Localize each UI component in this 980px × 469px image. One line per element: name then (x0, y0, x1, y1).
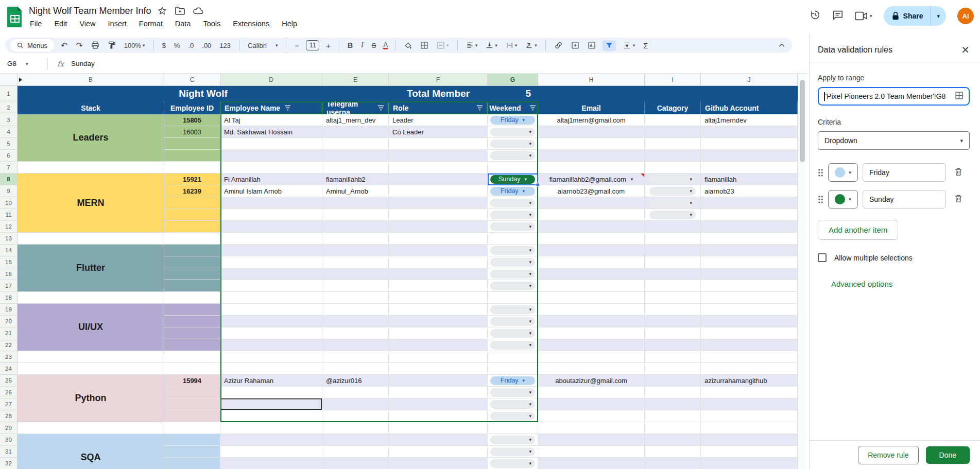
cell-C23[interactable] (164, 351, 220, 363)
cell-I15[interactable] (645, 256, 701, 268)
cell-C32[interactable] (164, 458, 220, 469)
cell-J18[interactable] (701, 292, 798, 304)
cell-I10[interactable]: ▾ (645, 197, 701, 209)
cell-C6[interactable] (164, 150, 220, 162)
row-header-20[interactable]: 20 (0, 316, 18, 327)
cell-G3[interactable]: Friday▾ (488, 114, 538, 126)
cell-D31[interactable] (220, 446, 322, 458)
cell-E4[interactable] (322, 126, 389, 138)
cell-E24[interactable] (322, 363, 389, 375)
paint-format-button[interactable] (106, 40, 117, 50)
scrollbar-thumb[interactable] (800, 80, 805, 162)
format-percent-button[interactable]: % (173, 41, 182, 50)
cell-C15[interactable] (164, 256, 220, 268)
cell-G17[interactable]: ▾ (488, 280, 538, 292)
cloud-status-icon[interactable] (193, 7, 203, 17)
row-header-5[interactable]: 5 (0, 138, 18, 150)
weekend-dropdown[interactable]: ▾ (490, 341, 535, 350)
cell-J12[interactable] (701, 221, 798, 233)
share-button[interactable]: Share ▾ (884, 6, 946, 26)
column-header-G[interactable]: G (488, 74, 538, 86)
cell-J29[interactable] (701, 422, 798, 434)
cell-C16[interactable] (164, 268, 220, 280)
cell-C7[interactable] (164, 162, 220, 173)
cell-H9[interactable]: aiarnob23@gmail.com (538, 185, 645, 197)
cell-D11[interactable] (220, 209, 322, 221)
cell-G14[interactable]: ▾ (488, 245, 538, 256)
row-header-4[interactable]: 4 (0, 126, 18, 138)
row-header-3[interactable]: 3 (0, 114, 18, 126)
cell-E29[interactable] (322, 422, 389, 434)
cell-I29[interactable] (645, 422, 701, 434)
cell-C18[interactable] (164, 292, 220, 304)
weekend-chip[interactable]: Sunday▾ (490, 175, 535, 184)
italic-button[interactable]: I (359, 40, 365, 50)
stack-block-flutter[interactable]: Flutter (18, 245, 164, 292)
row-header-17[interactable]: 17 (0, 280, 18, 292)
cell-E32[interactable] (322, 458, 389, 469)
text-rotation-button[interactable]: ▾ (524, 41, 539, 50)
cell-B29[interactable] (18, 422, 164, 434)
category-dropdown[interactable]: ▾ (649, 211, 696, 219)
cell-F18[interactable] (389, 292, 488, 304)
column-header-D[interactable]: D (220, 74, 322, 86)
cell-G28[interactable]: ▾ (488, 410, 538, 422)
cell-D28[interactable] (220, 410, 322, 422)
cell-J3[interactable]: altaj1merndev (701, 114, 798, 126)
column-header-F[interactable]: F (389, 74, 488, 86)
cell-D26[interactable] (220, 387, 322, 398)
cell-C24[interactable] (164, 363, 220, 375)
cell-J30[interactable] (701, 434, 798, 446)
cell-I32[interactable] (645, 458, 701, 469)
cell-J4[interactable] (701, 126, 798, 138)
weekend-dropdown[interactable]: ▾ (490, 412, 535, 421)
weekend-dropdown[interactable]: ▾ (490, 317, 535, 326)
cell-F16[interactable] (389, 268, 488, 280)
cell-E22[interactable] (322, 339, 389, 351)
cell-E20[interactable] (322, 316, 389, 327)
cell-F9[interactable] (389, 185, 488, 197)
row-header-32[interactable]: 32 (0, 458, 18, 469)
cell-D5[interactable] (220, 138, 322, 150)
cell-C8[interactable]: 15921 (164, 173, 220, 185)
row-header-2[interactable]: 2 (0, 101, 18, 114)
row-header-12[interactable]: 12 (0, 221, 18, 233)
move-to-folder-icon[interactable] (175, 7, 185, 17)
cell-I5[interactable] (645, 138, 701, 150)
column-header-J[interactable]: J (701, 74, 798, 86)
cell-F28[interactable] (389, 410, 488, 422)
font-size-input[interactable]: 11 (306, 40, 319, 50)
cell-F5[interactable] (389, 138, 488, 150)
drag-handle-icon[interactable] (818, 168, 823, 177)
row-header-24[interactable]: 24 (0, 363, 18, 375)
cell-F7[interactable] (389, 162, 488, 173)
cell-G20[interactable]: ▾ (488, 316, 538, 327)
cell-G32[interactable]: ▾ (488, 458, 538, 469)
cell-B23[interactable] (18, 351, 164, 363)
cell-D30[interactable] (220, 434, 322, 446)
cell-J7[interactable] (701, 162, 798, 173)
increase-decimal-button[interactable]: .00 (200, 41, 213, 50)
stack-block-mern[interactable]: MERN (18, 173, 164, 233)
cell-G22[interactable]: ▾ (488, 339, 538, 351)
done-button[interactable]: Done (926, 446, 970, 464)
cell-E5[interactable] (322, 138, 389, 150)
cell-B24[interactable] (18, 363, 164, 375)
cell-I24[interactable] (645, 363, 701, 375)
cell-J15[interactable] (701, 256, 798, 268)
cell-C19[interactable] (164, 304, 220, 316)
cell-D17[interactable] (220, 280, 322, 292)
cell-H23[interactable] (538, 351, 645, 363)
cell-H6[interactable] (538, 150, 645, 162)
cell-G16[interactable]: ▾ (488, 268, 538, 280)
cell-D16[interactable] (220, 268, 322, 280)
column-header-I[interactable]: I (645, 74, 701, 86)
row-header-15[interactable]: 15 (0, 256, 18, 268)
cell-E21[interactable] (322, 327, 389, 339)
row-header-22[interactable]: 22 (0, 339, 18, 351)
insert-chart-button[interactable] (586, 40, 597, 50)
formula-input[interactable]: Sunday (71, 60, 95, 67)
cell-E18[interactable] (322, 292, 389, 304)
cell-E8[interactable]: fiamanillahb2 (322, 173, 389, 185)
redo-button[interactable]: ↷ (74, 40, 84, 51)
